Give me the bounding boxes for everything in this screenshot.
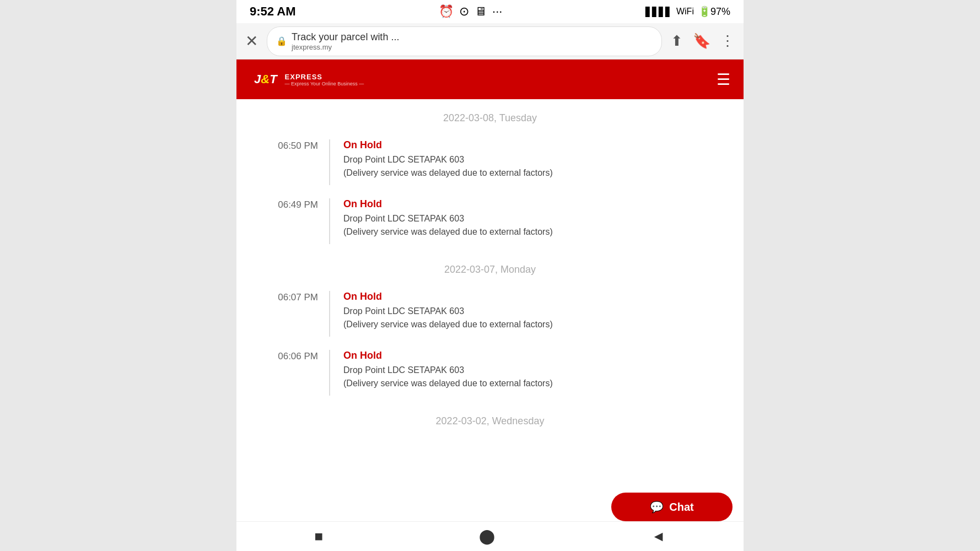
entry-location: Drop Point LDC SETAPAK 603 (Delivery ser… — [343, 153, 730, 180]
date-header-2: 2022-03-07, Monday — [236, 251, 744, 284]
timeline-entry: 06:07 PM On Hold Drop Point LDC SETAPAK … — [236, 284, 744, 343]
status-right: ▋▋▋▋ WiFi 🔋97% — [645, 6, 730, 18]
date-header-3: 2022-03-02, Wednesday — [236, 402, 744, 436]
entry-content: On Hold Drop Point LDC SETAPAK 603 (Deli… — [332, 198, 730, 244]
app-header: J&T EXPRESS — Express Your Online Busine… — [236, 60, 744, 99]
entry-divider — [329, 198, 330, 244]
lock-icon: 🔒 — [276, 36, 287, 46]
logo-tagline: — Express Your Online Business — — [285, 81, 364, 87]
url-bar[interactable]: 🔒 Track your parcel with ... jtexpress.m… — [267, 26, 662, 56]
status-bar: 9:52 AM ⏰ ⊙ 🖥 ··· ▋▋▋▋ WiFi 🔋97% — [236, 0, 744, 23]
more-icon: ··· — [492, 4, 502, 19]
chat-button-container: 💬 Chat — [236, 493, 744, 521]
timeline-entry: 06:50 PM On Hold Drop Point LDC SETAPAK … — [236, 133, 744, 192]
chat-icon: 💬 — [650, 500, 664, 514]
stop-button[interactable]: ■ — [315, 528, 324, 545]
logo-badge: J&T — [250, 70, 282, 89]
timeline-entry: 06:06 PM On Hold Drop Point LDC SETAPAK … — [236, 343, 744, 402]
back-button[interactable]: ◄ — [651, 528, 666, 545]
entry-divider — [329, 291, 330, 337]
entry-time: 06:49 PM — [250, 198, 327, 244]
more-options-icon[interactable]: ⋮ — [720, 33, 735, 50]
entry-time: 06:07 PM — [250, 291, 327, 337]
entry-content: On Hold Drop Point LDC SETAPAK 603 (Deli… — [332, 139, 730, 185]
logo-text: EXPRESS — Express Your Online Business — — [285, 73, 364, 87]
chat-button[interactable]: 💬 Chat — [611, 493, 733, 521]
date-header-1: 2022-03-08, Tuesday — [236, 99, 744, 133]
entry-status: On Hold — [343, 198, 730, 210]
phone-container: 9:52 AM ⏰ ⊙ 🖥 ··· ▋▋▋▋ WiFi 🔋97% ✕ 🔒 Tra… — [236, 0, 744, 551]
close-icon[interactable]: ✕ — [245, 32, 258, 50]
home-button[interactable]: ⬤ — [479, 528, 495, 545]
entry-status: On Hold — [343, 139, 730, 151]
browser-bar: ✕ 🔒 Track your parcel with ... jtexpress… — [236, 23, 744, 60]
url-domain: jtexpress.my — [292, 43, 653, 51]
signal-icon: ▋▋▋▋ — [645, 7, 672, 17]
alarm-icon: ⏰ — [439, 4, 454, 19]
page-title: Track your parcel with ... — [292, 31, 653, 43]
battery-icon: 🔋97% — [698, 6, 730, 18]
entry-location: Drop Point LDC SETAPAK 603 (Delivery ser… — [343, 305, 730, 331]
wifi-icon: WiFi — [676, 7, 694, 17]
status-time: 9:52 AM — [250, 4, 296, 19]
entry-status: On Hold — [343, 350, 730, 361]
entry-time: 06:50 PM — [250, 139, 327, 185]
share-icon[interactable]: ⬆ — [671, 33, 683, 50]
display-icon: 🖥 — [475, 4, 487, 19]
hamburger-menu-icon[interactable]: ☰ — [717, 71, 730, 89]
main-content: 2022-03-08, Tuesday 06:50 PM On Hold Dro… — [236, 99, 744, 551]
screen-record-icon: ⊙ — [459, 4, 469, 19]
bookmark-icon[interactable]: 🔖 — [693, 33, 710, 50]
bottom-nav: ■ ⬤ ◄ — [236, 521, 744, 551]
entry-content: On Hold Drop Point LDC SETAPAK 603 (Deli… — [332, 350, 730, 396]
status-icons: ⏰ ⊙ 🖥 ··· — [439, 4, 502, 19]
entry-content: On Hold Drop Point LDC SETAPAK 603 (Deli… — [332, 291, 730, 337]
browser-actions: ⬆ 🔖 ⋮ — [671, 33, 735, 50]
entry-divider — [329, 350, 330, 396]
logo: J&T EXPRESS — Express Your Online Busine… — [250, 70, 364, 89]
express-label: EXPRESS — [285, 73, 364, 81]
entry-status: On Hold — [343, 291, 730, 302]
timeline-entry: 06:49 PM On Hold Drop Point LDC SETAPAK … — [236, 192, 744, 251]
entry-location: Drop Point LDC SETAPAK 603 (Delivery ser… — [343, 212, 730, 239]
entry-time: 06:06 PM — [250, 350, 327, 396]
entry-divider — [329, 139, 330, 185]
entry-location: Drop Point LDC SETAPAK 603 (Delivery ser… — [343, 364, 730, 390]
